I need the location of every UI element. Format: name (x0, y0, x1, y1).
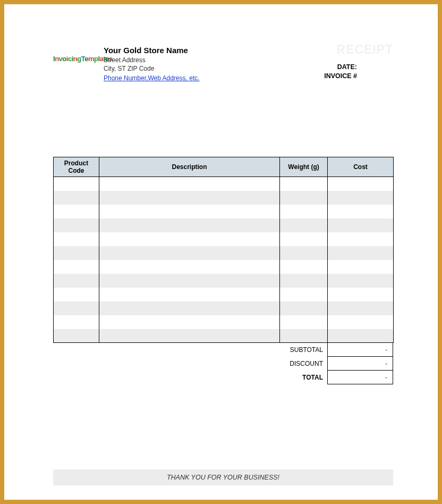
discount-value: - (327, 357, 393, 371)
subtotal-value: - (327, 343, 393, 357)
cell-weight (280, 177, 328, 191)
cell-description (99, 191, 280, 205)
cell-weight (280, 260, 328, 274)
table-row (54, 260, 394, 274)
cell-cost (328, 191, 394, 205)
col-header-description: Description (99, 157, 280, 177)
col-header-weight: Weight (g) (280, 157, 328, 177)
thank-you-bar: THANK YOU FOR YOUR BUSINESS! (53, 469, 393, 485)
cell-description (99, 232, 280, 246)
table-row (54, 177, 394, 191)
cell-description (99, 301, 280, 315)
cell-code (54, 315, 99, 329)
cell-code (54, 191, 99, 205)
cell-weight (280, 191, 328, 205)
subtotal-row: SUBTOTAL - (53, 343, 393, 357)
cell-code (54, 329, 99, 343)
cell-cost (328, 274, 394, 288)
cell-cost (328, 301, 394, 315)
cell-cost (328, 260, 394, 274)
total-row: TOTAL - (53, 371, 393, 384)
table-row (54, 329, 394, 343)
discount-row: DISCOUNT - (53, 357, 393, 371)
table-row (54, 315, 394, 329)
table-header-row: Product Code Description Weight (g) Cost (54, 157, 394, 177)
cell-weight (280, 315, 328, 329)
cell-description (99, 260, 280, 274)
cell-cost (328, 205, 394, 219)
cell-cost (328, 232, 394, 246)
table-row (54, 301, 394, 315)
table-row (54, 232, 394, 246)
cell-cost (328, 219, 394, 232)
cell-description (99, 329, 280, 343)
cell-code (54, 177, 99, 191)
cell-code (54, 246, 99, 260)
total-value: - (327, 371, 393, 384)
invoice-number-label: INVOICE # (324, 72, 357, 81)
invoice-meta: DATE: INVOICE # (324, 63, 357, 81)
cell-description (99, 205, 280, 219)
cell-code (54, 274, 99, 288)
cell-code (54, 301, 99, 315)
cell-weight (280, 219, 328, 232)
table-row (54, 246, 394, 260)
cell-cost (328, 315, 394, 329)
cell-code (54, 288, 99, 301)
document-frame: RECEIPT DATE: INVOICE # InvoicingTemplat… (0, 0, 442, 504)
col-header-cost: Cost (328, 157, 394, 177)
cell-code (54, 232, 99, 246)
line-items-table: Product Code Description Weight (g) Cost (53, 157, 394, 343)
cell-description (99, 246, 280, 260)
col-header-product-code: Product Code (54, 157, 99, 177)
receipt-title: RECEIPT (336, 43, 393, 57)
cell-cost (328, 329, 394, 343)
discount-label: DISCOUNT (53, 360, 327, 367)
table-row (54, 288, 394, 301)
cell-description (99, 219, 280, 232)
invoice-page: RECEIPT DATE: INVOICE # InvoicingTemplat… (53, 46, 393, 485)
logo-block: InvoicingTemplates (53, 46, 104, 62)
table-row (54, 219, 394, 232)
date-label: DATE: (324, 63, 357, 72)
contact-link[interactable]: Phone Number,Web Address, etc. (104, 74, 200, 82)
cell-description (99, 177, 280, 191)
cell-weight (280, 329, 328, 343)
cell-code (54, 260, 99, 274)
cell-code (54, 219, 99, 232)
cell-description (99, 274, 280, 288)
total-label: TOTAL (53, 374, 327, 381)
table-row (54, 191, 394, 205)
cell-code (54, 205, 99, 219)
cell-description (99, 288, 280, 301)
cell-weight (280, 274, 328, 288)
cell-weight (280, 246, 328, 260)
table-row (54, 274, 394, 288)
cell-description (99, 315, 280, 329)
totals-block: SUBTOTAL - DISCOUNT - TOTAL - (53, 343, 393, 384)
cell-cost (328, 177, 394, 191)
cell-weight (280, 301, 328, 315)
cell-weight (280, 205, 328, 219)
cell-weight (280, 288, 328, 301)
subtotal-label: SUBTOTAL (53, 346, 327, 354)
table-row (54, 205, 394, 219)
cell-cost (328, 246, 394, 260)
invoicing-templates-logo: InvoicingTemplates (53, 55, 104, 62)
cell-weight (280, 232, 328, 246)
cell-cost (328, 288, 394, 301)
line-items-table-wrap: Product Code Description Weight (g) Cost… (53, 157, 393, 384)
